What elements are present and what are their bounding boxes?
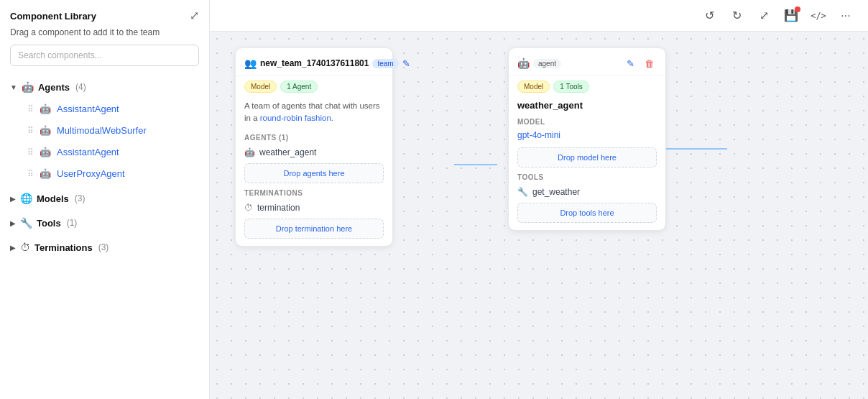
drop-model-zone[interactable]: Drop model here (517, 147, 657, 168)
terminations-category-header[interactable]: ▶ ⏱ Terminations (3) (0, 237, 209, 258)
termination-icon: ⏱ (244, 203, 253, 213)
termination-name: termination (257, 203, 300, 213)
more-button[interactable]: ··· (835, 5, 857, 27)
models-category-icon: 🌐 (20, 193, 32, 204)
code-button[interactable]: </> (808, 5, 829, 27)
agent-card-name: weather_agent (509, 97, 665, 115)
drag-handle-icon: ⠿ (27, 169, 34, 179)
agents-chevron-icon: ▼ (10, 83, 17, 91)
get-weather-tool-item: 🔧 get_weather (509, 184, 665, 200)
model-value: gpt-4o-mini (509, 129, 665, 145)
agents-category-header[interactable]: ▼ 🤖 Agents (4) (0, 76, 209, 98)
tools-category-count: (1) (67, 218, 78, 228)
save-badge (795, 6, 800, 12)
category-agents: ▼ 🤖 Agents (4) ⠿ 🤖 AssistantAgent ⠿ 🤖 Mu… (0, 75, 209, 186)
team-agent-count-tag: 1 Agent (280, 81, 318, 93)
agent-card-title-row: 🤖 agent (517, 58, 561, 69)
item-label: UserProxyAgent (57, 168, 125, 179)
agent-card: 🤖 agent ✎ 🗑 Model 1 Tools weather_agent … (508, 47, 666, 231)
search-container (0, 45, 209, 75)
sidebar-collapse-button[interactable]: ⤢ (190, 10, 199, 22)
team-card-icon: 👥 (244, 58, 257, 69)
termination-item: ⏱ termination (236, 200, 392, 216)
agents-section-title: AGENTS (1) (236, 131, 392, 145)
models-category-header[interactable]: ▶ 🌐 Models (3) (0, 188, 209, 209)
sidebar-title: Component Library (10, 11, 96, 22)
redo-button[interactable]: ↻ (726, 5, 747, 27)
models-chevron-icon: ▶ (10, 195, 16, 203)
agent-card-icon: 🤖 (517, 58, 530, 69)
agents-category-icon: 🤖 (22, 81, 34, 93)
weather-agent-name: weather_agent (259, 147, 316, 157)
terminations-chevron-icon: ▶ (10, 244, 16, 252)
agent-icon: 🤖 (40, 168, 51, 179)
undo-button[interactable]: ↺ (698, 5, 720, 27)
models-category-name: Models (37, 193, 69, 204)
agent-badge: agent (533, 59, 561, 68)
drop-tools-zone[interactable]: Drop tools here (517, 203, 657, 223)
agent-card-edit-button[interactable]: ✎ (622, 55, 638, 71)
item-label: AssistantAgent (57, 147, 119, 157)
list-item[interactable]: ⠿ 🤖 AssistantAgent (6, 142, 203, 162)
drag-handle-icon: ⠿ (27, 126, 34, 136)
tools-category-icon: 🔧 (20, 217, 32, 229)
search-input[interactable] (10, 45, 199, 66)
team-badge: team (372, 59, 398, 68)
drop-termination-zone[interactable]: Drop termination here (244, 219, 384, 239)
sidebar-header: Component Library ⤢ (0, 0, 209, 26)
team-card-tags: Model 1 Agent (236, 76, 392, 97)
expand-icon: ⤢ (760, 9, 769, 22)
agent-model-tag: Model (517, 81, 550, 93)
redo-icon: ↻ (732, 9, 742, 22)
agent-icon: 🤖 (40, 125, 51, 136)
save-button[interactable]: 💾 (780, 5, 802, 27)
round-robin-link[interactable]: round-robin fashion. (260, 114, 333, 122)
tools-chevron-icon: ▶ (10, 219, 16, 227)
agent-card-tags: Model 1 Tools (509, 76, 665, 97)
terminations-category-count: (3) (98, 242, 109, 252)
get-weather-icon: 🔧 (517, 187, 528, 197)
agent-icon: 🤖 (40, 104, 51, 114)
code-icon: </> (811, 11, 826, 21)
canvas[interactable]: 👥 new_team_1740137611801 team ✎ Model 1 … (210, 32, 868, 399)
agents-category-count: (4) (75, 82, 86, 92)
list-item[interactable]: ⠿ 🤖 UserProxyAgent (6, 163, 203, 184)
sidebar: Component Library ⤢ Drag a component to … (0, 0, 210, 399)
team-card-actions: ✎ (399, 55, 415, 71)
item-label: MultimodalWebSurfer (57, 125, 147, 136)
expand-button[interactable]: ⤢ (753, 5, 775, 27)
agents-category-name: Agents (38, 82, 70, 93)
agent-card-header: 🤖 agent ✎ 🗑 (509, 48, 665, 76)
list-item[interactable]: ⠿ 🤖 AssistantAgent (6, 98, 203, 119)
agent-icon: 🤖 (40, 147, 51, 157)
category-terminations: ▶ ⏱ Terminations (3) (0, 235, 209, 260)
team-card-name: new_team_1740137611801 (260, 58, 369, 68)
agent-card-delete-button[interactable]: 🗑 (641, 55, 657, 71)
more-icon: ··· (841, 9, 850, 22)
tools-category-name: Tools (37, 218, 61, 229)
terminations-section-title: TERMINATIONS (236, 186, 392, 200)
team-card-title-row: 👥 new_team_1740137611801 team (244, 58, 399, 69)
team-card-edit-button[interactable]: ✎ (399, 55, 415, 71)
model-section-title: MODEL (509, 115, 665, 129)
list-item[interactable]: ⠿ 🤖 MultimodalWebSurfer (6, 120, 203, 141)
weather-agent-item: 🤖 weather_agent (236, 145, 392, 160)
category-tools: ▶ 🔧 Tools (1) (0, 211, 209, 235)
agent-tools-count-tag: 1 Tools (553, 81, 589, 93)
sidebar-subtitle: Drag a component to add it to the team (0, 26, 209, 45)
terminations-category-name: Terminations (34, 242, 93, 253)
models-category-count: (3) (75, 193, 86, 203)
agent-card-actions: ✎ 🗑 (622, 55, 657, 71)
team-card-header: 👥 new_team_1740137611801 team ✎ (236, 48, 392, 76)
get-weather-name: get_weather (532, 187, 580, 197)
main-area: ↺ ↻ ⤢ 💾 </> ··· 👥 (210, 0, 868, 399)
drag-handle-icon: ⠿ (27, 104, 34, 114)
tools-category-header[interactable]: ▶ 🔧 Tools (1) (0, 212, 209, 234)
team-model-tag: Model (244, 81, 277, 93)
drop-agents-zone[interactable]: Drop agents here (244, 163, 384, 183)
weather-agent-icon: 🤖 (244, 147, 255, 157)
tools-section-title: TOOLS (509, 170, 665, 184)
team-card: 👥 new_team_1740137611801 team ✎ Model 1 … (235, 47, 393, 247)
terminations-category-icon: ⏱ (20, 242, 30, 253)
category-models: ▶ 🌐 Models (3) (0, 186, 209, 211)
